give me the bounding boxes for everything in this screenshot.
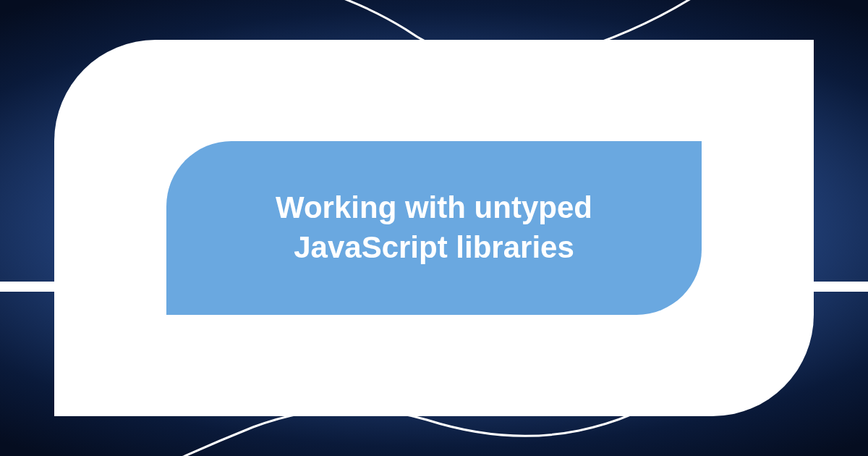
page-title: Working with untyped JavaScript librarie… xyxy=(166,188,702,267)
inner-card: Working with untyped JavaScript librarie… xyxy=(166,141,702,315)
